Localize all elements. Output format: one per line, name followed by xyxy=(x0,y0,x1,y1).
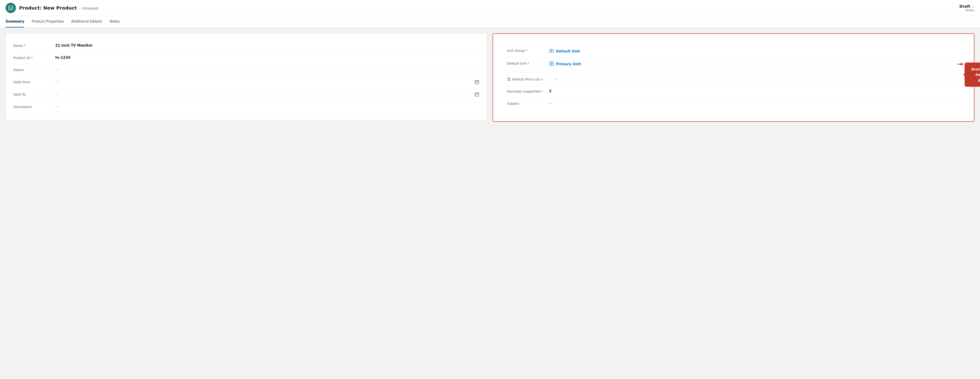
field-unit-group: Unit Group* Default Unit xyxy=(507,45,960,58)
app-icon xyxy=(6,3,16,13)
required-indicator: * xyxy=(31,56,33,60)
field-subject-value[interactable]: --- xyxy=(549,101,960,105)
svg-rect-13 xyxy=(552,49,554,52)
svg-rect-2 xyxy=(475,80,479,84)
field-product-id-value[interactable]: tv-1234 xyxy=(55,56,479,60)
field-valid-to-label: Valid To xyxy=(13,92,55,96)
default-unit-link-text[interactable]: Primary Unit xyxy=(556,62,581,66)
unit-group-link-text[interactable]: Default Unit xyxy=(556,49,580,53)
field-name-label: Name* xyxy=(13,43,55,48)
field-parent-label: Parent xyxy=(13,68,55,72)
field-description: Description --- xyxy=(13,101,479,113)
required-indicator-dec: * xyxy=(541,89,543,93)
svg-rect-7 xyxy=(475,93,479,96)
required-indicator-ug: * xyxy=(526,49,527,53)
status-label: Status xyxy=(959,9,974,12)
field-subject: Subject --- xyxy=(507,98,960,110)
tab-additional-details[interactable]: Additional Details xyxy=(72,16,102,27)
tab-summary[interactable]: Summary xyxy=(6,16,24,27)
tab-product-properties[interactable]: Product Properties xyxy=(32,16,64,27)
field-valid-to: Valid To --- xyxy=(13,89,479,101)
field-default-price-list: Default Price List+ --- xyxy=(507,74,960,86)
header-title-group: Product: New Product - Unsaved xyxy=(19,5,98,11)
field-name-value[interactable]: 21 inch TV Monitor xyxy=(55,43,479,48)
field-subject-label: Subject xyxy=(507,101,549,105)
svg-rect-6 xyxy=(476,82,476,83)
field-description-label: Description xyxy=(13,105,55,109)
callout-text: Available units will be based on the uni… xyxy=(971,67,980,82)
default-unit-icon xyxy=(549,61,554,67)
svg-rect-11 xyxy=(476,95,476,96)
nav-tabs: Summary Product Properties Additional De… xyxy=(0,16,980,28)
field-price-list-value[interactable]: --- xyxy=(554,77,960,81)
unit-group-icon xyxy=(549,48,554,54)
page-title: Product: New Product xyxy=(19,5,77,11)
header-left: Product: New Product - Unsaved xyxy=(6,3,98,13)
field-default-unit-label: Default Unit* xyxy=(507,61,549,65)
field-valid-from-label: Valid From xyxy=(13,80,55,84)
field-default-unit: Default Unit* Primary Unit xyxy=(507,58,960,71)
tab-notes[interactable]: Notes xyxy=(110,16,119,27)
svg-point-17 xyxy=(551,64,552,64)
field-valid-to-value[interactable]: --- xyxy=(55,92,475,96)
field-unit-group-label: Unit Group* xyxy=(507,48,549,53)
field-default-unit-value[interactable]: Primary Unit xyxy=(549,61,581,67)
field-name: Name* 21 inch TV Monitor xyxy=(13,40,479,52)
right-card: Unit Group* Default Unit Defa xyxy=(493,33,974,122)
field-product-id: Product ID* tv-1234 xyxy=(13,52,479,64)
calendar-icon-2[interactable] xyxy=(475,92,479,98)
field-valid-from: Valid From --- xyxy=(13,76,479,89)
callout-tooltip: Available units will be based on the uni… xyxy=(965,62,980,87)
header-right: Draft ⌄ Status xyxy=(959,4,974,12)
main-content: Name* 21 inch TV Monitor Product ID* tv-… xyxy=(0,28,980,127)
svg-marker-19 xyxy=(961,63,964,65)
status-value: Draft xyxy=(959,4,970,9)
required-indicator: * xyxy=(24,44,25,48)
lock-icon xyxy=(507,77,511,81)
field-valid-from-value[interactable]: --- xyxy=(55,80,475,84)
field-price-list-label: Default Price List+ xyxy=(507,77,554,81)
calendar-icon[interactable] xyxy=(475,80,479,85)
field-unit-group-value[interactable]: Default Unit xyxy=(549,48,580,54)
field-parent: Parent --- xyxy=(13,64,479,76)
field-decimals: Decimals Supported* 2 xyxy=(507,86,960,98)
left-card: Name* 21 inch TV Monitor Product ID* tv-… xyxy=(6,33,487,120)
svg-rect-12 xyxy=(549,49,551,52)
field-product-id-label: Product ID* xyxy=(13,56,55,60)
field-decimals-value[interactable]: 2 xyxy=(549,89,960,93)
right-card-inner: Unit Group* Default Unit Defa xyxy=(501,40,966,115)
chevron-down-icon[interactable]: ⌄ xyxy=(972,5,974,8)
required-indicator-du: * xyxy=(528,62,529,65)
field-parent-value[interactable]: --- xyxy=(55,68,479,72)
status-wrapper: Draft ⌄ Status xyxy=(959,4,974,12)
page-header: Product: New Product - Unsaved Draft ⌄ S… xyxy=(0,0,980,16)
svg-point-21 xyxy=(509,79,509,80)
optional-indicator: + xyxy=(541,77,544,81)
page-unsaved-label: - Unsaved xyxy=(79,6,98,11)
field-decimals-label: Decimals Supported* xyxy=(507,89,549,93)
field-description-value[interactable]: --- xyxy=(55,105,479,109)
